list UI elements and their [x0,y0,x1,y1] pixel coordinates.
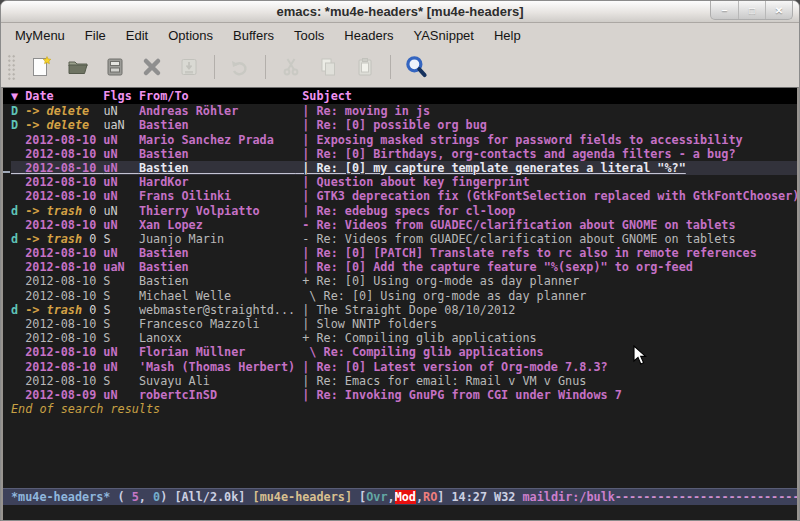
message-subject: + Re: [0] Using org-mode as day planner [295,274,579,288]
modeline-segment-buffer: *mu4e-headers* [11,490,110,504]
message-row[interactable]: 2012-08-10 uaN Bastien | Re: [0] Add the… [11,260,797,274]
message-from: Thierry Volpiatto [139,204,295,218]
message-from: Bastien [139,147,295,161]
message-row[interactable]: D -> delete uaN Bastien | Re: [0] possib… [11,118,797,132]
menu-item-file[interactable]: File [75,25,116,46]
message-row[interactable]: D -> delete uN Andreas Röhler | Re: movi… [11,104,797,118]
modeline-segment-plain: 14:27 W32 [451,490,522,504]
message-row[interactable]: 2012-08-10 uN Xan Lopez - Re: Videos fro… [11,218,797,232]
message-row[interactable]: 2012-08-10 uN Bastien | Re: [0] [PATCH] … [11,246,797,260]
search-icon[interactable] [402,53,430,81]
menu-item-buffers[interactable]: Buffers [223,25,284,46]
message-row[interactable]: 2012-08-10 uN HardKor | Question about k… [11,175,797,189]
titlebar[interactable]: emacs: *mu4e-headers* [mu4e-headers] –□✕ [1,1,799,23]
column-flags[interactable]: Flgs [103,89,139,103]
emacs-frame: ▼ Date Flgs From/To Subject D -> delete … [1,87,799,521]
window-title: emacs: *mu4e-headers* [mu4e-headers] [276,4,523,19]
close-button[interactable]: ✕ [765,1,792,19]
message-mark [11,317,25,331]
message-mark [11,289,25,303]
message-subject: | Re: [0] my capture template generates … [295,161,686,175]
menu-item-tools[interactable]: Tools [284,25,334,46]
message-subject: | GTK3 deprecation fix (GtkFontSelection… [295,189,797,203]
message-subject: | Question about key fingerprint [295,175,529,189]
open-file-icon[interactable] [64,53,92,81]
message-subject: | Re: [0] [PATCH] Translate refs to rc a… [295,246,757,260]
message-flags: uN [103,388,139,402]
modeline-segment-plain: ] [437,490,451,504]
maximize-button[interactable]: □ [738,1,765,19]
minimize-button[interactable]: – [711,1,738,19]
dired-icon[interactable] [101,53,129,81]
message-row[interactable]: 2012-08-10 S Lanoxx + Re: Compiling glib… [11,331,797,345]
message-flags: uN [103,246,139,260]
message-mark: d [11,303,25,317]
modeline-segment-plain: ( [110,490,131,504]
message-row[interactable]: 2012-08-10 uN Bastien | Re: [0] Birthday… [11,147,797,161]
message-trash-count: 0 [82,303,96,317]
menu-item-edit[interactable]: Edit [116,25,158,46]
message-mark [11,246,25,260]
new-file-icon[interactable] [27,53,55,81]
close-buffer-icon[interactable] [138,53,166,81]
message-row[interactable]: 2012-08-10 uN Frans Oilinki | GTK3 depre… [11,189,797,203]
echo-area[interactable] [3,505,797,520]
message-row[interactable]: d -> trash 0 uN Thierry Volpiatto | Re: … [11,204,797,218]
message-flags: uaN [103,118,139,132]
menu-item-mymenu[interactable]: MyMenu [5,25,75,46]
save-buffer-icon [175,53,203,81]
message-row[interactable]: 2012-08-10 uN Bastien | Re: [0] my captu… [11,161,797,175]
modeline-segment-plain: ) [160,490,174,504]
menu-bar: MyMenuFileEditOptionsBuffersToolsHeaders… [1,23,799,47]
message-flags: S [103,232,139,246]
message-row[interactable]: 2012-08-09 uN robertcInSD | Re: Invoking… [11,388,797,402]
message-from: Juanjo Marin [139,232,295,246]
toolbar-grip-handle[interactable] [7,54,16,80]
column-date[interactable]: Date [25,89,103,103]
mode-line[interactable]: *mu4e-headers* ( 5, 0) [All/2.0k] [mu4e-… [3,488,797,505]
modeline-segment-mod: Mod [395,490,416,504]
modeline-segment-purple: 5 [132,490,139,504]
message-row[interactable]: 2012-08-10 S Michael Welle \ Re: [0] Usi… [11,289,797,303]
message-date: 2012-08-10 [25,289,103,303]
undo-icon [226,53,254,81]
message-date: -> delete [25,118,103,132]
message-from: Bastien [139,274,295,288]
message-mark [11,360,25,374]
menu-item-headers[interactable]: Headers [334,25,403,46]
toolbar-separator [265,55,266,79]
column-from[interactable]: From/To [139,89,295,103]
message-flags: S [103,289,139,303]
message-row[interactable]: 2012-08-10 S Suvayu Ali | Re: Emacs for … [11,374,797,388]
menu-item-yasnippet[interactable]: YASnippet [403,25,483,46]
message-subject: - Re: Videos from GUADEC/clarification a… [295,232,735,246]
paste-icon [351,53,379,81]
header-line[interactable]: ▼ Date Flgs From/To Subject [3,88,797,104]
message-row[interactable]: 2012-08-10 uN Florian Müllner \ Re: Comp… [11,345,797,359]
mu4e-headers-buffer: ▼ Date Flgs From/To Subject D -> delete … [3,88,797,488]
cut-icon [277,53,305,81]
message-row[interactable]: 2012-08-10 S Bastien + Re: [0] Using org… [11,274,797,288]
message-mark [11,147,25,161]
message-mark [11,260,25,274]
message-row[interactable]: 2012-08-10 uN 'Mash (Thomas Herbert) | R… [11,360,797,374]
menu-item-options[interactable]: Options [158,25,223,46]
column-subject[interactable]: Subject [295,89,352,103]
message-from: webmaster@straightd... [139,303,295,317]
message-row[interactable]: d -> trash 0 S Juanjo Marin - Re: Videos… [11,232,797,246]
message-subject: | Slow NNTP folders [295,317,437,331]
end-of-results: End of search results [3,402,797,416]
message-subject: | Re: [0] Add the capture feature "%(sex… [295,260,693,274]
message-flags: uN [103,175,139,189]
message-row[interactable]: d -> trash 0 S webmaster@straightd... | … [11,303,797,317]
message-from: Xan Lopez [139,218,295,232]
message-subject: | Exposing masked strings for password f… [295,133,742,147]
message-date: 2012-08-10 [25,360,103,374]
message-subject: | Re: Invoking GnuPG from CGI under Wind… [295,388,622,402]
message-flags: S [103,274,139,288]
message-flags: uN [103,360,139,374]
message-row[interactable]: 2012-08-10 uN Mario Sanchez Prada | Expo… [11,133,797,147]
sort-indicator[interactable]: ▼ [11,89,25,103]
message-row[interactable]: 2012-08-10 S Francesco Mazzoli | Slow NN… [11,317,797,331]
menu-item-help[interactable]: Help [484,25,531,46]
